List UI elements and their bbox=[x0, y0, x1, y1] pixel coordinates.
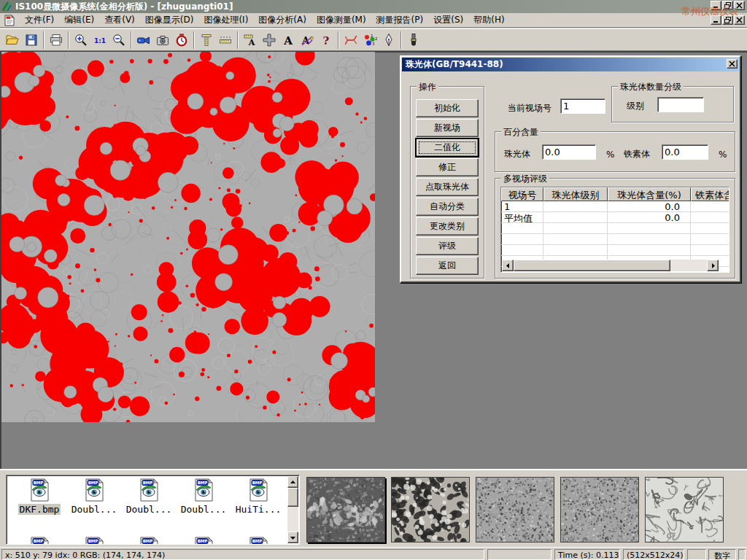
op-button-6[interactable]: 自动分类 bbox=[416, 198, 479, 216]
thumbnail-2[interactable] bbox=[391, 477, 470, 542]
brush-button[interactable] bbox=[404, 31, 423, 50]
thumbnail-4[interactable] bbox=[560, 477, 639, 542]
bmp-file-icon: BMP bbox=[191, 494, 216, 504]
file-item-row2-1[interactable]: BMP bbox=[13, 537, 66, 545]
window-title: IS100显微摄像系统(金相分析版) - [zhuguangti01] bbox=[15, 1, 233, 13]
measure-text-button[interactable]: A bbox=[241, 31, 260, 50]
rating-table[interactable]: 视场号珠光体级别珠光体含量(%)铁素体含量(%)10.0平均值0.0 bbox=[500, 187, 729, 273]
multi-field-group-label: 多视场评级 bbox=[501, 173, 549, 185]
file-name: Doubl... bbox=[179, 504, 228, 515]
op-button-2[interactable]: 新视场 bbox=[416, 119, 479, 137]
file-item-3[interactable]: BMPDoubl... bbox=[123, 478, 175, 515]
scroll-thumb[interactable] bbox=[514, 260, 670, 271]
table-cell: 平均值 bbox=[501, 212, 543, 223]
file-item-row2-5[interactable]: BMP bbox=[232, 537, 285, 545]
thumbnail-1[interactable] bbox=[306, 477, 385, 542]
dialog-title-bar[interactable]: 珠光体(GB/T9441-88) bbox=[402, 58, 739, 71]
caliper-button[interactable] bbox=[197, 31, 216, 50]
op-button-4[interactable]: 修正 bbox=[416, 158, 479, 176]
svg-text:A: A bbox=[248, 38, 255, 47]
scroll-left-button[interactable] bbox=[502, 260, 514, 271]
status-bar: x: 510 y: 79 idx: 0 RGB: (174, 174, 174)… bbox=[0, 547, 747, 560]
menu-item-2[interactable]: 编辑(E) bbox=[59, 12, 99, 28]
operation-group-label: 操作 bbox=[417, 81, 438, 93]
svg-text:BMP: BMP bbox=[143, 539, 153, 543]
table-row[interactable] bbox=[501, 234, 729, 245]
save-icon bbox=[24, 33, 39, 47]
camera-button[interactable] bbox=[153, 31, 172, 50]
file-item-4[interactable]: BMPDoubl... bbox=[177, 478, 230, 515]
svg-text:BMP: BMP bbox=[198, 481, 208, 485]
menu-item-1[interactable]: 文件(F) bbox=[20, 12, 59, 28]
table-row[interactable] bbox=[501, 245, 729, 256]
scroll-down-button[interactable] bbox=[287, 532, 298, 543]
table-h-scrollbar[interactable] bbox=[502, 260, 719, 271]
table-row[interactable]: 10.0 bbox=[501, 201, 729, 212]
table-cell bbox=[543, 234, 608, 245]
file-list-scrollbar[interactable] bbox=[287, 476, 298, 543]
file-item-1[interactable]: BMPDKF.bmp bbox=[13, 478, 66, 515]
pearlite-percent-sign: % bbox=[606, 149, 614, 160]
op-button-8[interactable]: 评级 bbox=[416, 237, 479, 255]
pearlite-label: 珠光体 bbox=[504, 148, 530, 160]
zoom-in-button[interactable] bbox=[71, 31, 90, 50]
document-icon[interactable] bbox=[4, 15, 15, 26]
current-field-input[interactable]: 1 bbox=[560, 98, 605, 114]
menu-item-9[interactable]: 设置(S) bbox=[428, 12, 468, 28]
table-row[interactable] bbox=[501, 223, 729, 234]
help-button[interactable]: ? bbox=[317, 31, 336, 50]
save-button[interactable] bbox=[22, 31, 41, 50]
op-button-3[interactable]: 二值化 bbox=[416, 139, 479, 157]
op-button-7[interactable]: 更改类别 bbox=[416, 217, 479, 236]
menu-item-10[interactable]: 帮助(H) bbox=[468, 12, 509, 28]
thumbnail-3[interactable] bbox=[476, 477, 554, 542]
file-item-row2-4[interactable]: BMP bbox=[177, 537, 230, 545]
timer-button[interactable] bbox=[172, 31, 191, 50]
print-button[interactable] bbox=[47, 31, 66, 50]
class-dots-button[interactable]: 123 bbox=[360, 31, 379, 50]
table-header-cell: 珠光体级别 bbox=[543, 187, 608, 201]
scroll-up-button[interactable] bbox=[287, 476, 298, 488]
text-strike-button[interactable]: A bbox=[298, 31, 317, 50]
status-blank-2 bbox=[687, 549, 706, 560]
open-folder-button[interactable] bbox=[3, 31, 22, 50]
menu-item-8[interactable]: 测量报告(P) bbox=[371, 12, 429, 28]
app-icon bbox=[1, 1, 13, 12]
status-blank-1 bbox=[487, 549, 551, 560]
file-item-5[interactable]: BMPHuiTi... bbox=[232, 478, 285, 515]
ruler-button[interactable] bbox=[216, 31, 235, 50]
menu-item-5[interactable]: 图像处理(I) bbox=[198, 12, 253, 28]
thumbnail-5[interactable] bbox=[645, 477, 724, 542]
ferrite-percent-input[interactable]: 0.0 bbox=[662, 144, 708, 160]
curve-button[interactable] bbox=[341, 31, 360, 50]
menu-item-6[interactable]: 图像分析(A) bbox=[253, 12, 311, 28]
menu-item-7[interactable]: 图像测量(M) bbox=[311, 12, 371, 28]
level-input[interactable] bbox=[657, 97, 704, 112]
op-button-9[interactable]: 返回 bbox=[416, 257, 479, 275]
zoom-out-button[interactable] bbox=[109, 31, 128, 50]
metallographic-image[interactable] bbox=[1, 52, 375, 422]
video-camera-button[interactable] bbox=[134, 31, 153, 50]
scroll-right-button[interactable] bbox=[707, 260, 719, 271]
text-button[interactable]: A bbox=[279, 31, 298, 50]
file-name: DKF.bmp bbox=[18, 504, 61, 515]
menu-item-3[interactable]: 查看(V) bbox=[99, 12, 140, 28]
file-list[interactable]: BMPDKF.bmpBMPBMPDoubl...BMPBMPDoubl...BM… bbox=[6, 475, 300, 545]
op-button-1[interactable]: 初始化 bbox=[416, 99, 479, 117]
menu-item-4[interactable]: 图像显示(D) bbox=[140, 12, 199, 28]
move-cross-button[interactable] bbox=[260, 31, 279, 50]
table-cell bbox=[608, 223, 691, 234]
file-item-2[interactable]: BMPDoubl... bbox=[68, 478, 120, 515]
scroll-thumb[interactable] bbox=[287, 488, 298, 507]
table-row[interactable]: 平均值0.0 bbox=[501, 212, 729, 223]
table-cell bbox=[691, 201, 729, 212]
op-button-5[interactable]: 点取珠光体 bbox=[416, 178, 479, 196]
toolbar-separator bbox=[237, 31, 239, 49]
file-item-row2-2[interactable]: BMP bbox=[68, 537, 120, 545]
bmp-file-icon: BMP bbox=[27, 494, 52, 504]
actual-size-button[interactable]: 1:1 bbox=[90, 31, 109, 50]
pen-button[interactable] bbox=[379, 31, 398, 50]
dialog-close-button[interactable] bbox=[727, 59, 738, 69]
pearlite-percent-input[interactable]: 0.0 bbox=[542, 144, 596, 160]
file-item-row2-3[interactable]: BMP bbox=[123, 537, 175, 545]
